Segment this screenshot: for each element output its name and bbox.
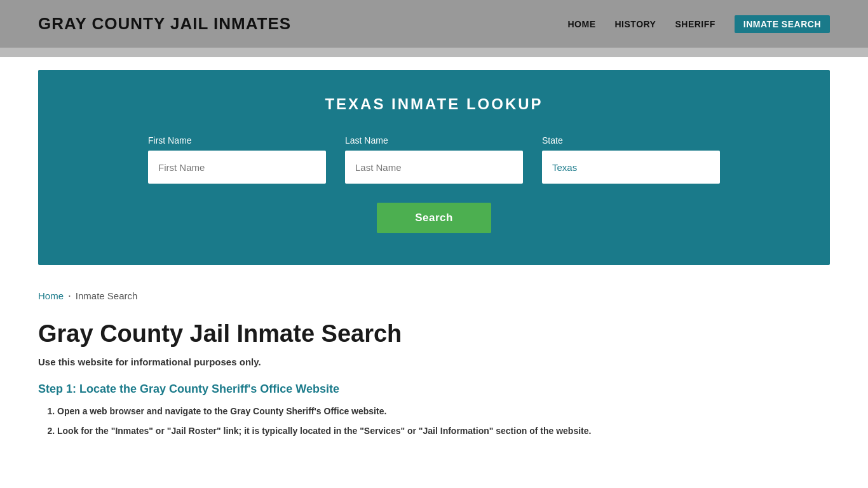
site-title: GRAY COUNTY JAIL INMATES: [38, 14, 291, 34]
search-section-title: TEXAS INMATE LOOKUP: [76, 95, 792, 113]
search-button[interactable]: Search: [377, 203, 491, 233]
nav-inmate-search[interactable]: INMATE SEARCH: [735, 15, 830, 33]
main-nav: HOME HISTORY SHERIFF INMATE SEARCH: [568, 15, 831, 33]
state-label: State: [542, 135, 720, 146]
first-name-input[interactable]: [148, 151, 326, 184]
step1-heading: Step 1: Locate the Gray County Sheriff's…: [38, 383, 830, 396]
list-item: Open a web browser and navigate to the G…: [57, 405, 830, 418]
first-name-field-group: First Name: [148, 135, 326, 184]
search-button-wrapper: Search: [76, 203, 792, 233]
state-field-group: State: [542, 135, 720, 184]
page-subheading: Use this website for informational purpo…: [38, 356, 830, 367]
main-content: Gray County Jail Inmate Search Use this …: [0, 314, 868, 470]
list-item: Look for the "Inmates" or "Jail Roster" …: [57, 424, 830, 438]
nav-home[interactable]: HOME: [568, 19, 596, 29]
inmate-search-section: TEXAS INMATE LOOKUP First Name Last Name…: [38, 70, 830, 265]
state-input[interactable]: [542, 151, 720, 184]
last-name-input[interactable]: [345, 151, 523, 184]
last-name-label: Last Name: [345, 135, 523, 146]
last-name-field-group: Last Name: [345, 135, 523, 184]
nav-sheriff[interactable]: SHERIFF: [675, 19, 715, 29]
breadcrumb-home-link[interactable]: Home: [38, 290, 64, 301]
search-fields-container: First Name Last Name State: [76, 135, 792, 184]
breadcrumb-separator: •: [69, 293, 71, 299]
step1-list: Open a web browser and navigate to the G…: [38, 405, 830, 438]
site-header: GRAY COUNTY JAIL INMATES HOME HISTORY SH…: [0, 0, 868, 48]
page-heading: Gray County Jail Inmate Search: [38, 320, 830, 348]
breadcrumb-current-page: Inmate Search: [76, 290, 138, 301]
nav-history[interactable]: HISTORY: [615, 19, 656, 29]
breadcrumb: Home • Inmate Search: [0, 278, 868, 314]
sub-header-bar: [0, 48, 868, 57]
first-name-label: First Name: [148, 135, 326, 146]
